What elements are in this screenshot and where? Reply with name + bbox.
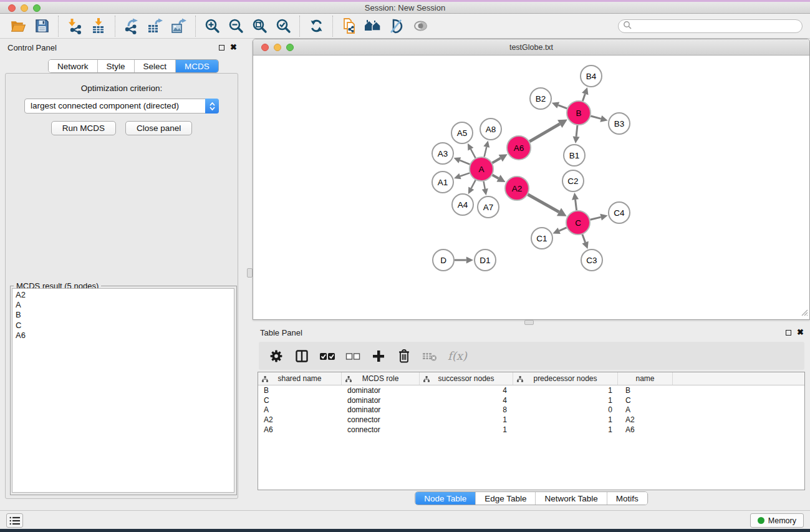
export-image-icon[interactable]: [167, 16, 191, 37]
table-row[interactable]: A dominator 8 0 A: [258, 405, 804, 415]
graph-edge-A-A7[interactable]: [484, 181, 485, 189]
graph-edge-arrowhead: [582, 87, 588, 95]
tab-select[interactable]: Select: [135, 60, 176, 72]
zoom-out-icon[interactable]: [224, 16, 248, 37]
table-row[interactable]: B dominator 4 1 B: [258, 385, 804, 395]
graph-edge-B-B4[interactable]: [582, 94, 585, 101]
graph-edge-B-B2[interactable]: [558, 105, 567, 109]
gear-icon[interactable]: [268, 347, 285, 365]
close-panel-icon[interactable]: ✖: [230, 44, 237, 51]
export-network-icon[interactable]: [120, 16, 143, 37]
graph-edge-A-A4[interactable]: [471, 180, 476, 188]
cell-mcds-role: connector: [342, 415, 420, 424]
column-header-mcds-role[interactable]: MCDS role: [342, 372, 420, 385]
resize-handle-icon[interactable]: [801, 309, 808, 318]
cell-predecessor-nodes: 1: [513, 425, 618, 434]
criterion-dropdown[interactable]: largest connected component (directed): [24, 99, 219, 114]
cell-name: A: [618, 405, 673, 414]
graph-node-label: A5: [457, 128, 468, 138]
run-mcds-button[interactable]: Run MCDS: [51, 121, 116, 135]
tab-node-table[interactable]: Node Table: [415, 492, 476, 505]
graph-edge-C-C4[interactable]: [590, 217, 600, 220]
trash-icon[interactable]: [395, 347, 413, 365]
table-row[interactable]: A6 connector 1 1 A6: [258, 425, 804, 435]
tab-network[interactable]: Network: [49, 60, 98, 72]
graph-edge-A-A5[interactable]: [471, 149, 476, 158]
zoom-fit-icon[interactable]: [248, 16, 271, 37]
task-history-button[interactable]: [6, 513, 23, 528]
function-builder-icon[interactable]: f(x): [448, 349, 467, 362]
home-view-icon[interactable]: [361, 16, 385, 37]
toolbar-separator: [115, 16, 115, 37]
graph-edge-C-C1[interactable]: [559, 228, 567, 231]
zoom-in-icon[interactable]: [200, 16, 224, 37]
tab-style[interactable]: Style: [98, 60, 135, 72]
graph-node-label: B4: [586, 72, 597, 81]
node-table[interactable]: shared name MCDS role successor nodes pr…: [258, 372, 805, 490]
graph-edge-arrowhead: [573, 136, 580, 143]
table-header-row: shared name MCDS role successor nodes pr…: [258, 372, 804, 385]
graph-edge-arrowhead: [466, 257, 473, 264]
graph-edge-C-C2[interactable]: [576, 200, 577, 210]
column-header-name[interactable]: name: [618, 372, 673, 385]
float-panel-icon[interactable]: [219, 45, 224, 51]
export-table-icon[interactable]: [143, 16, 167, 37]
graph-edge-A-A3[interactable]: [460, 160, 470, 164]
graph-edge-A-A2[interactable]: [493, 175, 499, 178]
tab-motifs[interactable]: Motifs: [607, 492, 647, 505]
cell-shared-name: A6: [258, 425, 342, 434]
close-panel-button[interactable]: Close panel: [125, 121, 192, 135]
graph-edge-A-A6[interactable]: [492, 158, 500, 163]
tab-mcds[interactable]: MCDS: [176, 60, 218, 72]
import-network-icon[interactable]: [63, 16, 87, 37]
open-file-icon[interactable]: [6, 16, 30, 37]
mcds-result-list[interactable]: A2 A B C A6: [12, 288, 234, 493]
hierarchy-icon: [517, 375, 523, 384]
cell-mcds-role: dominator: [342, 396, 420, 405]
add-icon[interactable]: [370, 347, 387, 365]
window-edge-strip: [0, 0, 810, 2]
close-panel-icon[interactable]: ✖: [797, 329, 804, 336]
memory-status-icon: [758, 517, 764, 524]
splitter-grip-vertical[interactable]: [247, 268, 253, 278]
search-input[interactable]: [632, 21, 802, 32]
graphics-details-icon[interactable]: [385, 16, 408, 37]
control-panel: Control Panel ✖ Network Style Select MCD…: [0, 39, 243, 510]
tab-edge-table[interactable]: Edge Table: [476, 492, 536, 505]
table-row[interactable]: A2 connector 1 1 A2: [258, 415, 804, 425]
columns-icon[interactable]: [293, 347, 311, 365]
list-item: A2: [16, 290, 231, 300]
delete-table-icon[interactable]: [421, 347, 438, 365]
graph-edge-A-A1[interactable]: [460, 173, 470, 176]
graph-edge-B-B3[interactable]: [591, 116, 600, 118]
search-field[interactable]: [618, 19, 803, 33]
graph-node-label: A: [478, 165, 484, 174]
column-header-predecessor-nodes[interactable]: predecessor nodes: [513, 372, 618, 385]
network-canvas[interactable]: AA6A2BCA1A3A4A5A7A8B1B2B3B4C1C2C3C4DD1: [253, 56, 809, 319]
graph-edge-A-A8[interactable]: [485, 147, 487, 157]
select-all-icon[interactable]: [319, 347, 336, 365]
deselect-all-icon[interactable]: [344, 347, 362, 365]
graph-edge-B-B1[interactable]: [576, 125, 577, 137]
graph-edge-C-C3[interactable]: [582, 235, 586, 243]
graph-edge-A6-B[interactable]: [529, 124, 559, 142]
float-panel-icon[interactable]: [786, 330, 791, 336]
refresh-icon[interactable]: [304, 16, 328, 37]
cell-successor-nodes: 1: [420, 425, 513, 434]
clone-network-icon[interactable]: [337, 16, 361, 37]
import-table-icon[interactable]: [87, 16, 110, 37]
memory-button[interactable]: Memory: [750, 513, 804, 528]
show-hide-icon[interactable]: [408, 16, 432, 37]
save-session-icon[interactable]: [30, 16, 54, 37]
main-area: Control Panel ✖ Network Style Select MCD…: [0, 39, 810, 510]
table-row[interactable]: C dominator 4 1 C: [258, 395, 804, 405]
tab-network-table[interactable]: Network Table: [536, 492, 607, 505]
zoom-selected-icon[interactable]: [271, 16, 295, 37]
graph-edge-A2-C[interactable]: [528, 195, 559, 212]
app-window: Session: New Session: [0, 0, 810, 532]
mcds-result-group: MCDS result (5 nodes) A2 A B C A6: [10, 286, 237, 495]
column-header-successor-nodes[interactable]: successor nodes: [420, 372, 513, 385]
column-header-shared-name[interactable]: shared name: [258, 372, 342, 385]
cell-successor-nodes: 4: [420, 396, 513, 405]
list-icon: [9, 516, 21, 526]
